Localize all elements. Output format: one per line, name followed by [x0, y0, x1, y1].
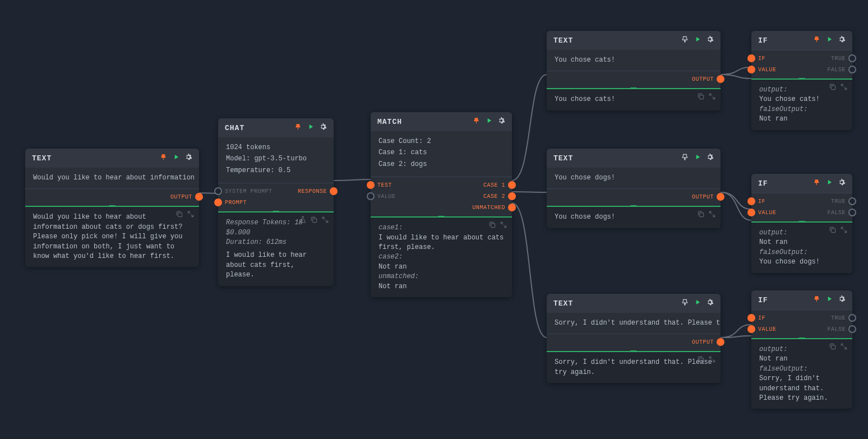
false-port[interactable]	[848, 66, 856, 73]
if-port[interactable]	[747, 314, 755, 322]
copy-icon[interactable]	[829, 226, 837, 237]
copy-icon[interactable]	[176, 210, 183, 221]
gear-icon[interactable]	[838, 295, 846, 305]
case1-port[interactable]	[508, 181, 516, 189]
true-port[interactable]	[848, 314, 856, 322]
pin-icon[interactable]	[473, 117, 481, 127]
expand-icon[interactable]	[840, 83, 848, 94]
system-prompt-port[interactable]	[214, 187, 222, 195]
copy-icon[interactable]	[488, 221, 496, 232]
port-label: IF	[758, 56, 765, 62]
pin-icon[interactable]	[160, 153, 168, 163]
copy-icon[interactable]	[310, 216, 318, 227]
true-port[interactable]	[848, 197, 856, 205]
node-canvas[interactable]: TEXT Would you like to hear about inform…	[0, 0, 868, 439]
test-port[interactable]	[367, 181, 375, 189]
response-port[interactable]	[330, 187, 338, 195]
output-port[interactable]	[195, 193, 203, 201]
play-icon[interactable]	[172, 153, 180, 163]
svg-rect-6	[832, 86, 835, 90]
expand-icon[interactable]	[708, 355, 716, 367]
chat-output-text: I would like to hear about cats first, p…	[226, 251, 326, 280]
case2-port[interactable]	[508, 192, 516, 200]
unmatched-port[interactable]	[508, 204, 516, 211]
value-port[interactable]	[747, 66, 755, 73]
true-port[interactable]	[848, 54, 856, 62]
node-header[interactable]: IF	[751, 174, 852, 193]
false-port[interactable]	[848, 325, 856, 333]
pin-icon[interactable]	[813, 35, 821, 45]
pin-icon[interactable]	[813, 178, 821, 188]
false-port[interactable]	[848, 209, 856, 216]
node-header[interactable]: TEXT	[547, 294, 721, 313]
expand-icon[interactable]	[187, 210, 195, 221]
expand-icon[interactable]	[500, 221, 507, 232]
expand-icon[interactable]	[321, 216, 329, 227]
expand-icon[interactable]	[840, 226, 848, 237]
expand-icon[interactable]	[708, 210, 716, 221]
prompt-port[interactable]	[214, 198, 222, 206]
node-header[interactable]: IF	[751, 31, 852, 50]
play-icon[interactable]	[825, 295, 833, 305]
port-label: CASE 1	[483, 182, 505, 188]
node-match[interactable]: MATCH Case Count: 2 Case 1: cats Case 2:…	[371, 112, 512, 297]
gear-icon[interactable]	[706, 153, 714, 163]
gear-icon[interactable]	[838, 35, 846, 45]
expand-icon[interactable]	[840, 343, 848, 354]
node-text-question[interactable]: TEXT Would you like to hear about inform…	[25, 149, 199, 267]
value-port[interactable]	[367, 192, 375, 200]
play-icon[interactable]	[307, 123, 315, 133]
play-icon[interactable]	[694, 153, 701, 163]
gear-icon[interactable]	[319, 123, 327, 133]
if-port[interactable]	[747, 54, 755, 62]
copy-icon[interactable]	[829, 83, 837, 94]
svg-rect-0	[178, 213, 182, 217]
copy-icon[interactable]	[697, 93, 705, 104]
node-text-sorry[interactable]: TEXT Sorry, I didn't understand that. Pl…	[547, 294, 721, 383]
if-output-text: You chose cats!	[759, 95, 844, 104]
output-port[interactable]	[717, 338, 724, 346]
node-text-cats[interactable]: TEXT You chose cats! OUTPUT You chose ca…	[547, 31, 721, 110]
if-port[interactable]	[747, 197, 755, 205]
node-if-sorry[interactable]: IF IF TRUE VALUE FALSE output: Not ran f…	[751, 290, 852, 409]
node-chat[interactable]: CHAT 1024 tokens Model: gpt-3.5-turbo Te…	[218, 118, 334, 286]
expand-icon[interactable]	[708, 93, 716, 104]
pin-icon[interactable]	[681, 35, 689, 45]
play-icon[interactable]	[694, 35, 701, 45]
gear-icon[interactable]	[838, 178, 846, 188]
node-header[interactable]: MATCH	[371, 112, 512, 131]
value-port[interactable]	[747, 325, 755, 333]
gear-icon[interactable]	[497, 117, 505, 127]
play-icon[interactable]	[825, 178, 833, 188]
node-if-cats[interactable]: IF IF TRUE VALUE FALSE output: You chose…	[751, 31, 852, 130]
pin-icon[interactable]	[681, 298, 689, 308]
node-header[interactable]: TEXT	[547, 149, 721, 168]
node-header[interactable]: TEXT	[547, 31, 721, 50]
pin-icon[interactable]	[294, 123, 302, 133]
match-case2: Case 2: dogs	[378, 160, 504, 169]
node-header[interactable]: TEXT	[25, 149, 199, 168]
pin-icon[interactable]	[813, 295, 821, 305]
output-port[interactable]	[717, 193, 724, 201]
gear-icon[interactable]	[706, 298, 714, 308]
gear-icon[interactable]	[184, 153, 192, 163]
copy-icon[interactable]	[697, 210, 705, 221]
copy-icon[interactable]	[829, 343, 837, 354]
node-text-dogs[interactable]: TEXT You chose dogs! OUTPUT You chose do…	[547, 149, 721, 228]
node-title: TEXT	[553, 299, 573, 308]
play-icon[interactable]	[485, 117, 493, 127]
play-icon[interactable]	[694, 298, 701, 308]
gear-icon[interactable]	[706, 35, 714, 45]
copy-icon[interactable]	[697, 355, 705, 367]
node-input-preview: You chose dogs!	[547, 168, 721, 189]
output-port[interactable]	[717, 75, 724, 83]
port-label-output: OUTPUT	[692, 76, 714, 82]
value-port[interactable]	[747, 209, 755, 216]
flask-icon[interactable]	[299, 216, 307, 227]
match-case-count: Case Count: 2	[378, 137, 504, 146]
pin-icon[interactable]	[681, 153, 689, 163]
play-icon[interactable]	[825, 35, 833, 45]
node-header[interactable]: CHAT	[218, 118, 334, 137]
node-header[interactable]: IF	[751, 290, 852, 309]
node-if-dogs[interactable]: IF IF TRUE VALUE FALSE output: Not ran f…	[751, 174, 852, 273]
